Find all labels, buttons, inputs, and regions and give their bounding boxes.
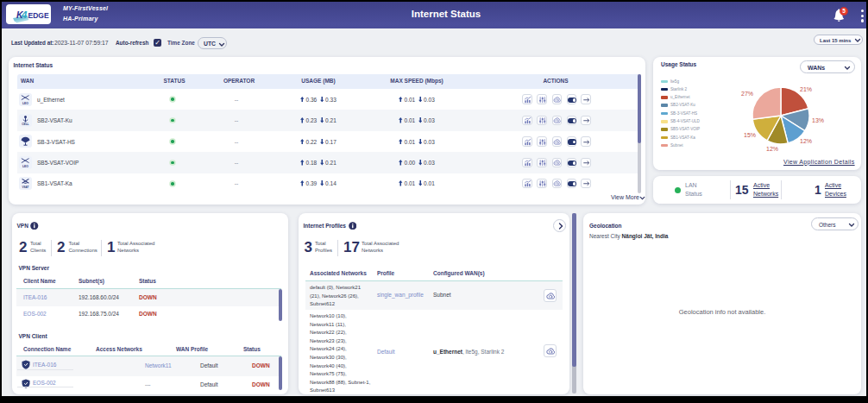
svg-text:CELL: CELL xyxy=(22,123,28,126)
svg-text:VSAT: VSAT xyxy=(22,186,29,189)
svg-text:LEO: LEO xyxy=(22,102,28,105)
svg-text:LEO: LEO xyxy=(22,165,28,168)
svg-text:5: 5 xyxy=(842,8,846,14)
